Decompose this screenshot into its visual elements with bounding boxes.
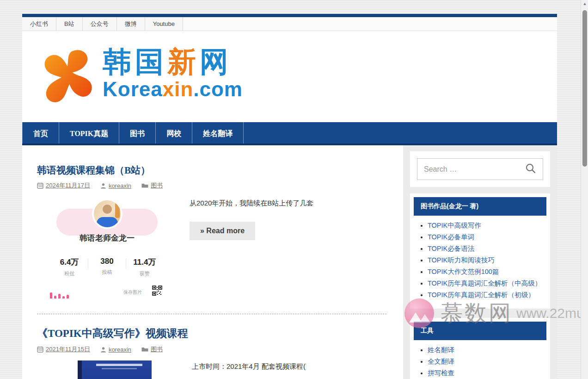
logo-en-1: Korea [103,78,163,100]
page-container: 小红书 B站 公众号 微博 Youtube 韩国新网 Koreaxin.com [22,14,557,379]
folder-icon [141,183,148,188]
social-nav-spacer [183,17,557,31]
book-spine [78,360,82,379]
book-link-6[interactable]: TOPIK历年真题词汇全解析（中高级） [428,280,541,287]
scrollbar-thumb[interactable] [582,10,587,167]
article-2-date-link[interactable]: 2021年11月15日 [46,345,90,354]
person-icon [100,183,106,189]
article-1-category-group: 图书 [141,181,163,190]
article-2-text-column: 上市时间：2021年4月 配套视频课程( [152,360,306,379]
social-nav-xiaohongshu[interactable]: 小红书 [22,17,56,31]
stat-posts: 380 投稿 [88,257,125,277]
logo-cn-1: 韩国 [103,46,167,78]
article-1-date-link[interactable]: 2024年11月17日 [46,181,90,190]
book-link-5[interactable]: TOPIK大作文范例100篇 [428,268,499,275]
article-separator [37,314,386,314]
stat-followers-value: 6.4万 [51,257,88,267]
list-item: 姓名翻译 [428,346,546,354]
list-item: TOPIK历年真题词汇全解析（中高级） [428,279,546,288]
avatar-head [103,205,112,214]
social-nav-gongzhonghao[interactable]: 公众号 [83,17,117,31]
content-area: 韩语视频课程集锦（B站） 2024年11月17日 koreaxin [22,145,557,379]
article-1-body: 韩语老师金龙一 6.4万 粉丝 380 投稿 [37,197,386,298]
article-2-excerpt: 上市时间：2021年4月 配套视频课程( [192,362,306,371]
stat-followers-label: 粉丝 [51,270,88,277]
book-subtitle-line [102,368,137,369]
profile-stats: 6.4万 粉丝 380 投稿 11.4万 获赞 [51,257,163,277]
book-link-3[interactable]: TOPIK必备语法 [428,245,474,252]
list-item: TOPIK大作文范例100篇 [428,267,546,276]
top-accent-bar [22,14,557,17]
tool-link-2[interactable]: 全文翻译 [428,358,454,365]
profile-card-footer: 保存图片 [46,286,168,298]
article-1-date-group: 2024年11月17日 [37,181,90,190]
article-1-category-link[interactable]: 图书 [151,181,163,190]
nav-item-name-translate[interactable]: 姓名翻译 [192,122,244,143]
book-link-7[interactable]: TOPIK历年真题词汇全解析（初级） [428,291,535,298]
site-logo[interactable]: 韩国新网 Koreaxin.com [41,48,557,105]
tool-link-1[interactable]: 姓名翻译 [428,346,454,354]
books-widget: 图书作品(金龙一 著) TOPIK中高级写作 TOPIK必备单词 TOPIK必备… [410,193,550,309]
calendar-icon [37,346,43,353]
search-icon[interactable] [525,163,536,176]
social-nav-weibo[interactable]: 微博 [117,17,145,31]
search-box [417,158,543,180]
article-2-title[interactable]: 《TOPIK中高级写作》视频课程 [37,326,386,341]
book-link-1[interactable]: TOPIK中高级写作 [428,222,481,229]
article-2-category-link[interactable]: 图书 [151,345,163,354]
article-2-date-group: 2021年11月15日 [37,345,90,354]
social-nav-bilibili[interactable]: B站 [56,17,83,31]
logo-en-accent: xin [163,78,194,100]
article-1: 韩语视频课程集锦（B站） 2024年11月17日 koreaxin [37,164,386,298]
article-1-meta: 2024年11月17日 koreaxin 图书 [37,181,386,190]
main-column: 韩语视频课程集锦（B站） 2024年11月17日 koreaxin [22,145,403,379]
site-header: 韩国新网 Koreaxin.com [22,31,557,122]
article-1-excerpt: 从2020年开始，我陆续在B站上传了几套 [190,199,313,208]
article-2-author-group: koreaxin [100,346,131,353]
nav-item-school[interactable]: 网校 [156,122,192,143]
book-link-2[interactable]: TOPIK必备单词 [428,233,474,241]
article-1-image[interactable]: 韩语老师金龙一 6.4万 粉丝 380 投稿 [46,197,168,298]
logo-text: 韩国新网 Koreaxin.com [103,48,243,99]
list-item: 全文翻译 [428,357,546,366]
stat-likes-value: 11.4万 [126,257,163,267]
logo-en-2: .com [193,78,243,100]
article-1-text-column: 从2020年开始，我陆续在B站上传了几套 » Read more [168,197,313,298]
social-nav-youtube[interactable]: Youtube [145,17,183,31]
logo-splat-icon [41,48,95,105]
tools-widget: 工具 姓名翻译 全文翻译 拼写检查 标准发音转换 [410,318,550,379]
stat-posts-value: 380 [88,257,125,266]
save-image-label: 保存图片 [123,289,142,296]
folder-icon [141,347,148,352]
article-1-title[interactable]: 韩语视频课程集锦（B站） [37,164,386,177]
list-item: TOPIK历年真题词汇全解析（初级） [428,291,546,299]
qr-code-icon [152,286,162,298]
sidebar: 图书作品(金龙一 著) TOPIK中高级写作 TOPIK必备单词 TOPIK必备… [403,145,557,379]
profile-avatar [92,199,122,229]
nav-item-topik[interactable]: TOPIK真题 [59,122,119,143]
list-item: 拼写检查 [428,369,546,378]
logo-domain-name: Koreaxin.com [103,79,243,99]
nav-item-books[interactable]: 图书 [119,122,156,143]
logo-chinese-name: 韩国新网 [103,48,243,76]
books-list: TOPIK中高级写作 TOPIK必备单词 TOPIK必备语法 TOPIK听力和阅… [414,221,546,299]
tools-widget-title: 工具 [414,322,546,340]
person-icon [100,347,106,353]
article-2-author-link[interactable]: koreaxin [109,346,131,353]
read-more-button[interactable]: » Read more [190,222,255,240]
logo-cn-accent: 新 [167,46,200,78]
search-widget [410,151,550,187]
article-2-image[interactable] [78,360,152,379]
scrollbar-up-arrow[interactable]: ▲ [581,1,588,6]
stat-posts-label: 投稿 [88,269,125,276]
list-item: TOPIK听力和阅读技巧 [428,256,546,265]
nav-item-home[interactable]: 首页 [22,122,59,143]
tool-link-3[interactable]: 拼写检查 [428,369,454,377]
list-item: TOPIK必备单词 [428,233,546,242]
scrollbar[interactable]: ▲ [581,0,588,379]
article-1-author-link[interactable]: koreaxin [109,182,131,189]
stat-likes: 11.4万 获赞 [126,257,163,277]
search-input[interactable] [424,165,525,174]
book-link-4[interactable]: TOPIK听力和阅读技巧 [428,256,495,264]
list-item: TOPIK必备语法 [428,244,546,253]
